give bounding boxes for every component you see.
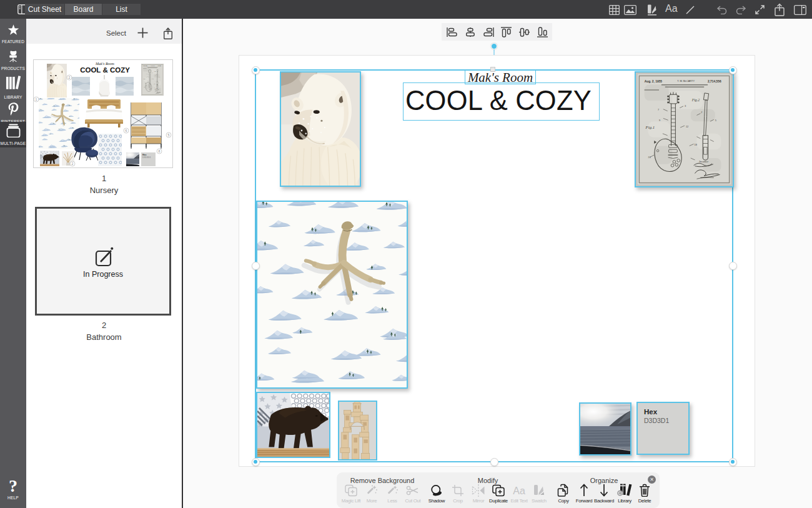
svg-text:5: 5 xyxy=(168,133,170,137)
svg-text:2: 2 xyxy=(72,162,74,166)
svg-text:8: 8 xyxy=(159,149,161,153)
svg-text:6: 6 xyxy=(126,129,127,132)
svg-text:2: 2 xyxy=(69,76,71,79)
svg-text:1: 1 xyxy=(36,97,37,101)
